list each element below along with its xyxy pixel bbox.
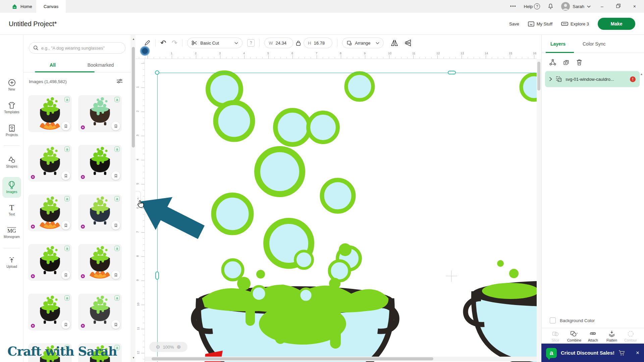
image-tile[interactable]: a bbox=[28, 194, 72, 231]
selection-handle-leftmiddle[interactable] bbox=[155, 272, 159, 280]
bookmark-icon[interactable] bbox=[111, 171, 120, 180]
selection-bounding-box[interactable] bbox=[157, 73, 537, 362]
combine-button[interactable]: Combine bbox=[565, 328, 583, 344]
selection-handle-topcenter[interactable] bbox=[448, 71, 456, 74]
sidebar-item-upload[interactable]: Upload bbox=[0, 252, 23, 273]
bookmark-icon[interactable] bbox=[61, 270, 70, 279]
sidebar-item-projects[interactable]: Projects bbox=[0, 120, 23, 141]
sidebar-item-new[interactable]: New bbox=[0, 74, 23, 95]
zoom-out-icon[interactable]: ⊖ bbox=[156, 344, 160, 350]
banner-close-icon[interactable]: × bbox=[636, 350, 639, 356]
tab-canvas[interactable]: Canvas bbox=[36, 0, 66, 13]
bookmark-icon[interactable] bbox=[111, 221, 120, 230]
ruler-tick-label: 2 bbox=[195, 52, 197, 55]
cricut-access-badge-icon: a bbox=[114, 246, 120, 251]
bookmark-icon[interactable] bbox=[111, 320, 120, 329]
background-color-checkbox[interactable] bbox=[550, 317, 556, 323]
scroll-up-icon[interactable]: ▲ bbox=[131, 38, 136, 41]
help-label: Help bbox=[524, 4, 533, 9]
image-tile[interactable]: a bbox=[78, 294, 122, 330]
scrollbar-thumb[interactable] bbox=[132, 47, 135, 147]
bookmark-icon[interactable] bbox=[61, 221, 70, 230]
machine-select[interactable]: Explore 3 bbox=[561, 21, 589, 26]
sidebar-item-monogram[interactable]: MG Monogram bbox=[0, 223, 23, 243]
linetype-help-icon[interactable]: ? bbox=[247, 39, 255, 47]
machine-name: Explore 3 bbox=[571, 21, 589, 26]
scroll-down-icon[interactable]: ▼ bbox=[131, 356, 136, 359]
overflow-menu[interactable]: ••• bbox=[510, 4, 517, 9]
cricut-access-badge-icon: a bbox=[64, 246, 70, 251]
image-tile[interactable]: a bbox=[28, 294, 72, 330]
redo-button[interactable]: ↷ bbox=[172, 39, 178, 47]
images-panel: All Bookmarked Images (1,498,582) a a bbox=[23, 35, 131, 362]
notifications-bell-icon[interactable] bbox=[547, 3, 554, 10]
duplicate-icon[interactable] bbox=[562, 59, 570, 66]
my-stuff-label: My Stuff bbox=[537, 21, 552, 26]
cricut-access-badge-icon: a bbox=[114, 295, 120, 301]
help-menu[interactable]: Help ? bbox=[524, 3, 540, 9]
image-search-box[interactable] bbox=[29, 42, 125, 54]
filter-icon[interactable] bbox=[116, 78, 123, 85]
restore-button[interactable] bbox=[613, 4, 623, 9]
undo-button[interactable]: ↶ bbox=[160, 39, 166, 47]
make-button[interactable]: Make bbox=[598, 18, 635, 30]
sidebar-item-images[interactable]: Images bbox=[0, 177, 23, 198]
zoom-control[interactable]: ⊖ 100% ⊕ bbox=[149, 342, 187, 352]
layers-scroll-up-icon[interactable]: ▲ bbox=[640, 72, 643, 76]
arrange-dropdown[interactable]: Arrange bbox=[342, 38, 384, 48]
canvas-horizontal-scrollbar[interactable] bbox=[145, 357, 537, 361]
zoom-in-icon[interactable]: ⊕ bbox=[177, 344, 181, 350]
project-title: Untitled Project* bbox=[9, 20, 57, 28]
tab-bookmarked[interactable]: Bookmarked bbox=[86, 58, 116, 72]
image-tile[interactable]: a bbox=[28, 95, 72, 132]
promo-banner[interactable]: a Cricut Discount Sales! × bbox=[541, 344, 644, 362]
image-tile[interactable]: a bbox=[78, 244, 122, 281]
image-tile[interactable]: a bbox=[28, 244, 72, 281]
close-button[interactable]: × bbox=[631, 4, 639, 9]
width-label: W bbox=[269, 41, 273, 46]
minimize-button[interactable]: – bbox=[598, 4, 606, 9]
tab-all[interactable]: All bbox=[44, 58, 62, 72]
flatten-button[interactable]: Flatten bbox=[603, 328, 621, 344]
sidebar-item-templates[interactable]: Templates bbox=[0, 97, 23, 118]
premium-dot-icon bbox=[31, 274, 35, 278]
tab-color-sync[interactable]: Color Sync bbox=[583, 35, 605, 53]
tab-layers[interactable]: Layers bbox=[550, 35, 566, 53]
sidebar-item-text[interactable]: T Text bbox=[0, 200, 23, 221]
sidebar-item-shapes[interactable]: Shapes bbox=[0, 152, 23, 172]
search-input[interactable] bbox=[41, 46, 121, 51]
image-tile[interactable]: a bbox=[78, 145, 122, 182]
scrollbar-thumb[interactable] bbox=[152, 357, 433, 360]
bookmark-icon[interactable] bbox=[61, 171, 70, 180]
save-button[interactable]: Save bbox=[509, 21, 519, 26]
bookmark-icon[interactable] bbox=[111, 122, 120, 130]
expand-chevron-icon[interactable] bbox=[549, 77, 552, 81]
edit-pencil-icon[interactable] bbox=[144, 40, 151, 47]
image-tile[interactable]: a bbox=[78, 95, 122, 132]
height-field[interactable]: H 16.78 bbox=[304, 38, 332, 48]
linetype-dropdown[interactable]: Basic Cut bbox=[187, 38, 243, 48]
layer-warning-badge[interactable]: ! bbox=[630, 76, 636, 82]
canvas-vertical-scrollbar[interactable] bbox=[537, 59, 541, 362]
tab-home[interactable]: Home bbox=[11, 0, 32, 13]
weld-nodes-icon[interactable] bbox=[549, 59, 556, 66]
flip-vertical-icon[interactable] bbox=[404, 39, 412, 47]
user-menu[interactable]: Sarah bbox=[561, 2, 591, 11]
image-tile[interactable]: a bbox=[28, 145, 72, 182]
flip-horizontal-icon[interactable] bbox=[390, 39, 398, 47]
delete-trash-icon[interactable] bbox=[576, 59, 583, 66]
image-tile[interactable]: a bbox=[78, 194, 122, 231]
annotation-arrow bbox=[134, 188, 211, 245]
scrollbar-thumb[interactable] bbox=[537, 62, 540, 90]
bookmark-icon[interactable] bbox=[61, 122, 70, 130]
lock-ratio-icon[interactable] bbox=[296, 40, 301, 46]
ruler-tick-label: 11 bbox=[412, 52, 415, 55]
attach-button[interactable]: Attach bbox=[584, 328, 602, 344]
selection-handle-topleft[interactable] bbox=[155, 70, 159, 75]
width-field[interactable]: W 24.34 bbox=[264, 38, 293, 48]
bookmark-icon[interactable] bbox=[111, 270, 120, 279]
bookmark-icon[interactable] bbox=[61, 320, 70, 329]
attach-paperclip-icon bbox=[589, 330, 597, 338]
layer-row-selected[interactable]: svg-01-window-cauldro... ! bbox=[545, 71, 640, 87]
my-stuff-button[interactable]: My Stuff bbox=[528, 21, 552, 26]
